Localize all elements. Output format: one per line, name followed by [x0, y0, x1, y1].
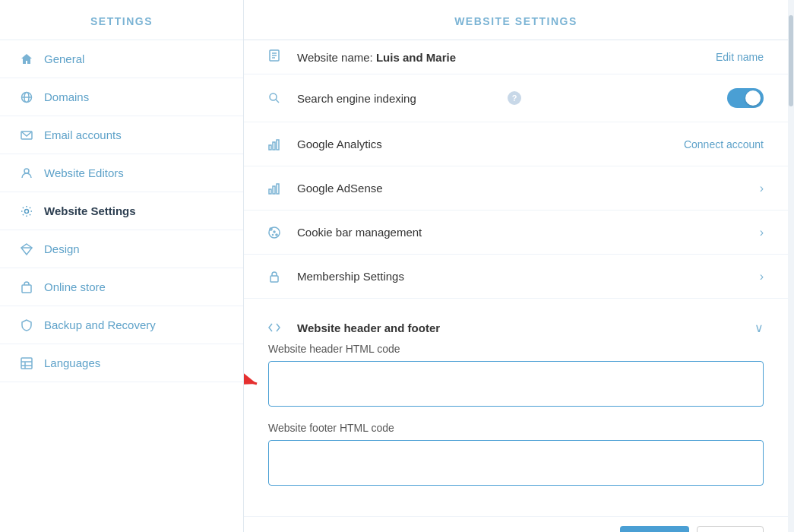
diamond-icon	[18, 243, 35, 255]
svg-point-5	[25, 209, 29, 213]
scrollbar-thumb[interactable]	[789, 15, 793, 106]
sidebar-item-label: General	[44, 52, 84, 65]
sidebar-item-general[interactable]: General	[0, 40, 243, 78]
main-wrapper: WEBSITE SETTINGS Website name: Luis and …	[244, 0, 794, 532]
save-button[interactable]: Save	[620, 526, 688, 532]
svg-marker-6	[21, 244, 32, 255]
red-arrow-annotation	[244, 365, 268, 403]
svg-rect-21	[277, 140, 279, 150]
edit-name-button[interactable]: Edit name	[716, 51, 764, 63]
website-name-row: Website name: Luis and Marie Edit name	[244, 40, 788, 74]
cookie-icon	[268, 226, 286, 239]
header-html-input[interactable]	[268, 361, 764, 407]
sidebar-item-label: Website Settings	[44, 204, 136, 217]
sidebar-item-email-accounts[interactable]: Email accounts	[0, 116, 243, 154]
sidebar-item-label: Design	[44, 242, 80, 255]
sidebar-item-label: Email accounts	[44, 128, 122, 141]
svg-point-4	[24, 169, 29, 173]
svg-line-18	[276, 100, 279, 103]
svg-point-27	[273, 234, 274, 235]
search-engine-row: Search engine indexing ?	[244, 74, 788, 122]
buttons-row: Save Close	[244, 517, 788, 532]
header-footer-header[interactable]: Website header and footer ∨	[244, 299, 788, 343]
page-icon	[268, 49, 286, 65]
chevron-right-icon: ›	[760, 270, 764, 283]
google-adsense-row[interactable]: Google AdSense ›	[244, 166, 788, 211]
bag-icon	[18, 281, 35, 293]
sidebar-item-online-store[interactable]: Online store	[0, 268, 243, 306]
google-analytics-row: Google Analytics Connect account	[244, 122, 788, 166]
sidebar-item-label: Online store	[44, 280, 106, 293]
expanded-fields: Website header HTML code Websi	[244, 343, 788, 517]
svg-point-25	[274, 231, 275, 233]
sidebar-item-label: Languages	[44, 356, 100, 369]
svg-rect-8	[22, 285, 31, 293]
cookie-bar-row[interactable]: Cookie bar management ›	[244, 211, 788, 255]
sidebar-item-backup-recovery[interactable]: Backup and Recovery	[0, 306, 243, 344]
sidebar-item-domains[interactable]: Domains	[0, 78, 243, 116]
svg-rect-9	[21, 358, 32, 369]
footer-html-label: Website footer HTML code	[268, 422, 764, 434]
chevron-right-icon: ›	[760, 226, 764, 239]
search-icon	[268, 92, 286, 104]
analytics-icon	[268, 138, 286, 150]
globe-icon	[18, 91, 35, 103]
gear-icon	[18, 205, 35, 217]
adsense-icon	[268, 182, 286, 195]
sidebar-title: SETTINGS	[0, 0, 243, 40]
help-icon[interactable]: ?	[508, 91, 521, 105]
sidebar-item-design[interactable]: Design	[0, 230, 243, 268]
chevron-right-icon: ›	[760, 182, 764, 195]
cookie-bar-label: Cookie bar management	[297, 226, 760, 239]
sidebar-item-languages[interactable]: Languages	[0, 344, 243, 382]
google-adsense-label: Google AdSense	[297, 182, 760, 195]
scrollbar[interactable]	[788, 0, 794, 532]
search-engine-label: Search engine indexing	[297, 92, 503, 105]
email-icon	[18, 129, 35, 141]
table-icon	[18, 357, 35, 369]
svg-rect-22	[269, 189, 271, 194]
membership-label: Membership Settings	[297, 270, 760, 283]
sidebar-item-label: Website Editors	[44, 166, 124, 179]
connect-account-button[interactable]: Connect account	[684, 138, 764, 150]
website-name-label: Website name: Luis and Marie	[297, 51, 716, 64]
sidebar-item-website-settings[interactable]: Website Settings	[0, 192, 243, 230]
sidebar: SETTINGS General Domains Email accounts	[0, 0, 244, 532]
svg-rect-19	[269, 145, 271, 150]
svg-rect-23	[273, 186, 275, 194]
search-engine-toggle[interactable]	[727, 88, 764, 108]
code-icon	[268, 321, 286, 334]
google-analytics-label: Google Analytics	[297, 138, 684, 150]
header-footer-section: Website header and footer ∨ Website head…	[244, 299, 788, 517]
content-area[interactable]: Website name: Luis and Marie Edit name S…	[244, 40, 788, 532]
user-icon	[18, 167, 35, 179]
close-button[interactable]: Close	[697, 526, 764, 532]
chevron-down-icon: ∨	[754, 321, 764, 335]
website-name-value: Luis and Marie	[376, 51, 456, 64]
home-icon	[18, 53, 35, 65]
svg-point-26	[276, 234, 277, 236]
svg-rect-20	[273, 142, 275, 150]
lock-icon	[268, 271, 286, 283]
arrow-container	[268, 361, 764, 422]
footer-html-input[interactable]	[268, 440, 764, 486]
svg-rect-24	[277, 184, 279, 194]
header-footer-label: Website header and footer	[297, 321, 754, 334]
membership-row[interactable]: Membership Settings ›	[244, 255, 788, 299]
svg-rect-28	[270, 276, 278, 282]
sidebar-item-website-editors[interactable]: Website Editors	[0, 154, 243, 192]
header-html-label: Website header HTML code	[268, 343, 764, 355]
main-title: WEBSITE SETTINGS	[244, 0, 788, 40]
svg-point-17	[270, 93, 277, 100]
main-content: WEBSITE SETTINGS Website name: Luis and …	[244, 0, 788, 532]
shield-icon	[18, 319, 35, 331]
sidebar-item-label: Domains	[44, 90, 89, 103]
sidebar-item-label: Backup and Recovery	[44, 318, 156, 331]
